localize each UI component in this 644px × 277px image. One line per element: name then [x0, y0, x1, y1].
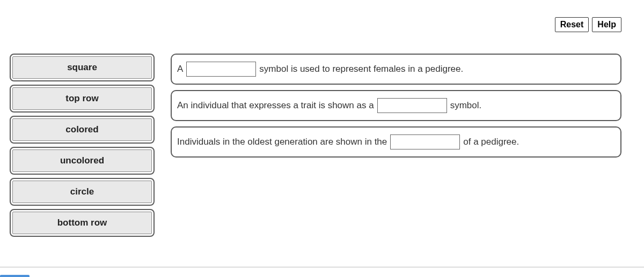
word-item-wrapper: circle — [10, 178, 155, 206]
word-item-top-row[interactable]: top row — [12, 87, 152, 110]
help-button[interactable]: Help — [592, 17, 621, 32]
word-item-wrapper: colored — [10, 116, 155, 144]
sentence-1: A symbol is used to represent females in… — [171, 54, 621, 85]
word-item-wrapper: square — [10, 54, 155, 81]
sentence-2: An individual that expresses a trait is … — [171, 90, 621, 121]
sentence-3-text-before: Individuals in the oldest generation are… — [177, 137, 387, 147]
sentence-1-text-before: A — [177, 64, 183, 74]
word-item-wrapper: bottom row — [10, 209, 155, 237]
sentence-3: Individuals in the oldest generation are… — [171, 126, 621, 158]
word-item-uncolored[interactable]: uncolored — [12, 149, 152, 172]
sentences-column: A symbol is used to represent females in… — [171, 54, 621, 158]
top-buttons-group: Reset Help — [555, 17, 621, 32]
sentence-1-text-after: symbol is used to represent females in a… — [259, 64, 463, 74]
sentence-3-drop-target[interactable] — [390, 134, 460, 149]
sentence-3-text-after: of a pedigree. — [463, 137, 519, 147]
word-item-wrapper: top row — [10, 85, 155, 113]
sentence-2-drop-target[interactable] — [377, 98, 447, 113]
word-item-colored[interactable]: colored — [12, 118, 152, 141]
footer-tab-indicator — [0, 275, 30, 277]
sentence-2-text-before: An individual that expresses a trait is … — [177, 100, 374, 111]
word-item-square[interactable]: square — [12, 56, 152, 79]
main-content: square top row colored uncolored circle … — [0, 0, 644, 237]
word-item-bottom-row[interactable]: bottom row — [12, 212, 152, 234]
sentence-1-drop-target[interactable] — [186, 62, 256, 77]
word-item-wrapper: uncolored — [10, 147, 155, 175]
footer-divider — [0, 267, 644, 267]
word-item-circle[interactable]: circle — [12, 181, 152, 203]
sentence-2-text-after: symbol. — [450, 100, 482, 111]
word-bank: square top row colored uncolored circle … — [10, 54, 155, 237]
reset-button[interactable]: Reset — [555, 17, 589, 32]
